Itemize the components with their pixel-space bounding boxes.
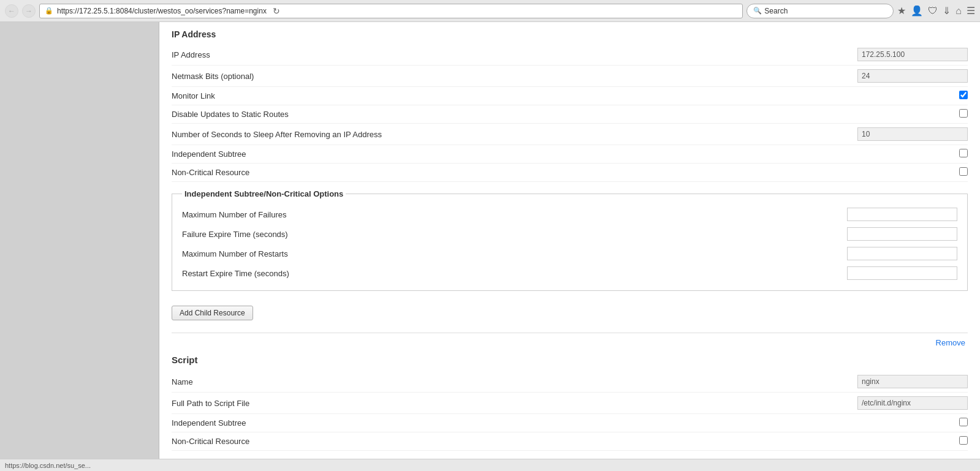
remove-section: Remove — [172, 333, 968, 347]
disable-updates-row: Disable Updates to Static Routes — [172, 105, 968, 124]
download-icon[interactable]: ⇓ — [943, 5, 951, 17]
subtree-options-fieldset-1: Independent Subtree/Non-Critical Options… — [172, 189, 968, 291]
url-text: https://172.25.5.1:8084/cluster/westos_o… — [57, 7, 267, 15]
script-independent-subtree-label: Independent Subtree — [172, 418, 851, 428]
non-critical-row: Non-Critical Resource — [172, 164, 968, 182]
max-restarts-row: Maximum Number of Restarts — [182, 244, 957, 263]
sidebar — [0, 22, 159, 471]
bookmark-icon[interactable]: ★ — [897, 5, 906, 17]
sleep-seconds-input[interactable] — [857, 127, 968, 141]
page-wrapper: IP Address IP Address Netmask Bits (opti… — [0, 22, 980, 471]
independent-subtree-row: Independent Subtree — [172, 145, 968, 164]
remove-link[interactable]: Remove — [936, 338, 965, 347]
script-path-row: Full Path to Script File — [172, 393, 968, 414]
lock-icon: 🔒 — [45, 7, 53, 15]
script-title: Script — [172, 347, 968, 371]
status-text: https://blog.csdn.net/su_se... — [5, 462, 91, 469]
independent-subtree-label: Independent Subtree — [172, 149, 851, 159]
bottom-bar: https://blog.csdn.net/su_se... — [0, 459, 980, 471]
sleep-seconds-label: Number of Seconds to Sleep After Removin… — [172, 130, 851, 139]
netmask-row: Netmask Bits (optional) — [172, 66, 968, 87]
script-name-row: Name — [172, 371, 968, 393]
netmask-value — [851, 69, 968, 83]
browser-actions: ★ 👤 🛡 ⇓ ⌂ ☰ — [897, 5, 975, 17]
browser-chrome: ← → 🔒 https://172.25.5.1:8084/cluster/we… — [0, 0, 980, 22]
script-independent-subtree-row: Independent Subtree — [172, 414, 968, 432]
max-failures-input[interactable] — [847, 208, 957, 221]
script-path-value — [851, 396, 968, 410]
sleep-seconds-value — [851, 127, 968, 141]
ip-address-row: IP Address — [172, 44, 968, 66]
monitor-link-checkbox[interactable] — [959, 91, 968, 99]
script-name-label: Name — [172, 377, 851, 386]
account-icon[interactable]: 👤 — [911, 5, 923, 17]
non-critical-value — [851, 167, 968, 178]
script-path-input[interactable] — [857, 396, 968, 410]
monitor-link-value — [851, 91, 968, 101]
forward-button[interactable]: → — [22, 4, 36, 18]
main-content: IP Address IP Address Netmask Bits (opti… — [159, 22, 980, 471]
independent-subtree-value — [851, 149, 968, 159]
non-critical-checkbox[interactable] — [959, 167, 968, 176]
ip-address-title: IP Address — [172, 22, 968, 44]
netmask-input[interactable] — [857, 69, 968, 83]
shield-icon[interactable]: 🛡 — [928, 6, 938, 17]
script-independent-subtree-value — [851, 418, 968, 428]
search-icon: 🔍 — [753, 7, 762, 15]
content-area: IP Address IP Address Netmask Bits (opti… — [159, 22, 980, 471]
script-path-label: Full Path to Script File — [172, 399, 851, 408]
ip-address-value — [851, 48, 968, 61]
script-independent-subtree-checkbox[interactable] — [959, 418, 968, 426]
restart-expire-label: Restart Expire Time (seconds) — [182, 269, 847, 278]
non-critical-label: Non-Critical Resource — [172, 168, 851, 177]
independent-subtree-checkbox[interactable] — [959, 149, 968, 157]
disable-updates-value — [851, 109, 968, 119]
script-non-critical-value — [851, 436, 968, 447]
script-name-input[interactable] — [857, 375, 968, 388]
reload-button[interactable]: ↻ — [273, 6, 280, 16]
monitor-link-row: Monitor Link — [172, 87, 968, 105]
script-name-value — [851, 375, 968, 388]
search-placeholder: Search — [764, 7, 788, 15]
script-non-critical-label: Non-Critical Resource — [172, 437, 851, 446]
max-restarts-label: Maximum Number of Restarts — [182, 249, 847, 258]
max-restarts-input[interactable] — [847, 247, 957, 260]
sleep-seconds-row: Number of Seconds to Sleep After Removin… — [172, 124, 968, 145]
home-icon[interactable]: ⌂ — [955, 6, 962, 17]
failure-expire-label: Failure Expire Time (seconds) — [182, 230, 847, 239]
script-non-critical-checkbox[interactable] — [959, 436, 968, 445]
netmask-label: Netmask Bits (optional) — [172, 72, 851, 81]
failure-expire-input[interactable] — [847, 227, 957, 241]
ip-address-input[interactable] — [857, 48, 968, 61]
menu-icon[interactable]: ☰ — [967, 5, 975, 17]
add-child-resource-button[interactable]: Add Child Resource — [172, 306, 253, 320]
search-bar[interactable]: 🔍 Search — [746, 4, 894, 18]
max-failures-row: Maximum Number of Failures — [182, 205, 957, 224]
disable-updates-checkbox[interactable] — [959, 109, 968, 118]
max-failures-label: Maximum Number of Failures — [182, 210, 847, 219]
subtree-options-legend-1: Independent Subtree/Non-Critical Options — [182, 189, 346, 198]
restart-expire-input[interactable] — [847, 266, 957, 280]
ip-address-label: IP Address — [172, 50, 851, 59]
url-bar: 🔒 https://172.25.5.1:8084/cluster/westos… — [39, 4, 743, 18]
monitor-link-label: Monitor Link — [172, 91, 851, 100]
script-non-critical-row: Non-Critical Resource — [172, 432, 968, 451]
restart-expire-row: Restart Expire Time (seconds) — [182, 263, 957, 283]
back-button[interactable]: ← — [5, 4, 18, 18]
failure-expire-row: Failure Expire Time (seconds) — [182, 224, 957, 244]
disable-updates-label: Disable Updates to Static Routes — [172, 110, 851, 119]
